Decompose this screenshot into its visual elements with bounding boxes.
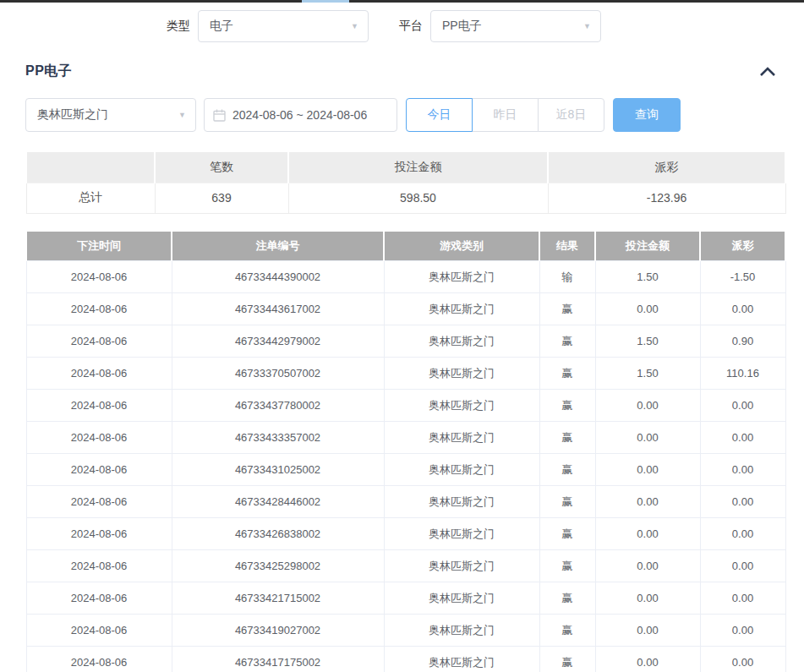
summary-total-payout: -123.96 <box>548 183 785 213</box>
cell-game-type: 奥林匹斯之门 <box>384 582 539 615</box>
cell-bet-amount: 0.00 <box>595 293 700 325</box>
date-range-input[interactable]: 2024-08-06 ~ 2024-08-06 <box>204 98 397 132</box>
type-select[interactable]: 电子 ▼ <box>198 10 369 42</box>
header-payout: 派彩 <box>700 231 785 261</box>
cell-result: 赢 <box>539 293 595 325</box>
cell-order-id: 46733437780002 <box>172 390 384 422</box>
table-row: 2024-08-06 46733426838002 奥林匹斯之门 赢 0.00 … <box>26 518 785 550</box>
cell-payout: 0.00 <box>700 550 785 582</box>
cell-result: 赢 <box>539 486 595 518</box>
cell-bet-time: 2024-08-06 <box>26 422 172 454</box>
platform-select-value: PP电子 <box>442 19 482 34</box>
summary-total-row: 总计 639 598.50 -123.96 <box>26 183 785 213</box>
cell-bet-time: 2024-08-06 <box>26 358 172 390</box>
cell-game-type: 奥林匹斯之门 <box>384 615 539 647</box>
cell-result: 赢 <box>539 454 595 486</box>
cell-payout: 0.00 <box>700 615 785 647</box>
yesterday-button[interactable]: 昨日 <box>472 98 539 132</box>
table-row: 2024-08-06 46733417175002 奥林匹斯之门 赢 0.00 … <box>26 647 785 672</box>
chevron-down-icon: ▼ <box>178 111 186 119</box>
cell-payout: 110.16 <box>700 358 785 390</box>
controls-row: 奥林匹斯之门 ▼ 2024-08-06 ~ 2024-08-06 今日 昨日 近… <box>25 98 804 132</box>
cell-bet-time: 2024-08-06 <box>26 647 172 672</box>
summary-header-payout: 派彩 <box>548 151 785 183</box>
cell-game-type: 奥林匹斯之门 <box>384 293 539 325</box>
cell-payout: -1.50 <box>700 261 785 293</box>
cell-result: 赢 <box>539 325 595 358</box>
cell-game-type: 奥林匹斯之门 <box>384 486 539 518</box>
top-scrollbar-thumb[interactable] <box>302 0 349 3</box>
cell-bet-amount: 1.50 <box>595 261 700 293</box>
summary-header-blank <box>26 151 155 183</box>
cell-bet-time: 2024-08-06 <box>26 486 172 518</box>
cell-result: 赢 <box>539 358 595 390</box>
section-title: PP电子 <box>25 63 72 80</box>
cell-order-id: 46733433357002 <box>172 422 384 454</box>
collapse-button[interactable] <box>757 63 779 80</box>
table-row: 2024-08-06 46733431025002 奥林匹斯之门 赢 0.00 … <box>26 454 785 486</box>
table-row: 2024-08-06 46733442979002 奥林匹斯之门 赢 1.50 … <box>26 325 785 358</box>
table-row: 2024-08-06 46733428446002 奥林匹斯之门 赢 0.00 … <box>26 486 785 518</box>
game-select[interactable]: 奥林匹斯之门 ▼ <box>25 98 196 132</box>
cell-result: 赢 <box>539 390 595 422</box>
type-label: 类型 <box>167 19 190 34</box>
table-row: 2024-08-06 46733444390002 奥林匹斯之门 输 1.50 … <box>26 261 785 293</box>
table-row: 2024-08-06 46733425298002 奥林匹斯之门 赢 0.00 … <box>26 550 785 582</box>
cell-bet-time: 2024-08-06 <box>26 454 172 486</box>
cell-bet-amount: 0.00 <box>595 550 700 582</box>
cell-game-type: 奥林匹斯之门 <box>384 422 539 454</box>
table-header-row: 下注时间 注单编号 游戏类别 结果 投注金额 派彩 <box>26 231 785 261</box>
cell-bet-amount: 0.00 <box>595 582 700 615</box>
chevron-down-icon: ▼ <box>351 22 358 30</box>
cell-bet-time: 2024-08-06 <box>26 518 172 550</box>
cell-game-type: 奥林匹斯之门 <box>384 550 539 582</box>
cell-order-id: 46733425298002 <box>172 550 384 582</box>
cell-game-type: 奥林匹斯之门 <box>384 261 539 293</box>
date-range-value: 2024-08-06 ~ 2024-08-06 <box>232 108 367 122</box>
cell-result: 赢 <box>539 647 595 672</box>
cell-order-id: 46733421715002 <box>172 582 384 615</box>
table-row: 2024-08-06 46733421715002 奥林匹斯之门 赢 0.00 … <box>26 582 785 615</box>
cell-game-type: 奥林匹斯之门 <box>384 390 539 422</box>
cell-bet-amount: 0.00 <box>595 615 700 647</box>
cell-result: 赢 <box>539 615 595 647</box>
header-game-type: 游戏类别 <box>384 231 539 261</box>
calendar-icon <box>213 109 226 122</box>
cell-bet-time: 2024-08-06 <box>26 390 172 422</box>
cell-bet-time: 2024-08-06 <box>26 325 172 358</box>
cell-order-id: 46733370507002 <box>172 358 384 390</box>
summary-header-row: 笔数 投注金额 派彩 <box>26 151 785 183</box>
summary-total-count: 639 <box>155 183 288 213</box>
header-bet-time: 下注时间 <box>26 231 172 261</box>
cell-order-id: 46733417175002 <box>172 647 384 672</box>
platform-select[interactable]: PP电子 ▼ <box>430 10 601 42</box>
cell-bet-amount: 0.00 <box>595 486 700 518</box>
today-button[interactable]: 今日 <box>406 98 473 132</box>
table-body: 2024-08-06 46733444390002 奥林匹斯之门 输 1.50 … <box>26 261 785 672</box>
table-row: 2024-08-06 46733419027002 奥林匹斯之门 赢 0.00 … <box>26 615 785 647</box>
cell-result: 输 <box>539 261 595 293</box>
cell-result: 赢 <box>539 550 595 582</box>
search-button[interactable]: 查询 <box>613 98 681 132</box>
bet-records-table: 下注时间 注单编号 游戏类别 结果 投注金额 派彩 2024-08-06 467… <box>25 230 786 672</box>
cell-order-id: 46733443617002 <box>172 293 384 325</box>
cell-bet-time: 2024-08-06 <box>26 582 172 615</box>
cell-payout: 0.00 <box>700 293 785 325</box>
cell-payout: 0.00 <box>700 422 785 454</box>
cell-result: 赢 <box>539 422 595 454</box>
table-row: 2024-08-06 46733370507002 奥林匹斯之门 赢 1.50 … <box>26 358 785 390</box>
platform-label: 平台 <box>399 19 423 34</box>
cell-game-type: 奥林匹斯之门 <box>384 454 539 486</box>
type-select-value: 电子 <box>210 19 233 34</box>
table-row: 2024-08-06 46733437780002 奥林匹斯之门 赢 0.00 … <box>26 390 785 422</box>
chevron-down-icon: ▼ <box>583 22 591 30</box>
table-row: 2024-08-06 46733443617002 奥林匹斯之门 赢 0.00 … <box>26 293 785 325</box>
cell-order-id: 46733419027002 <box>172 615 384 647</box>
last8days-button[interactable]: 近8日 <box>538 98 604 132</box>
cell-order-id: 46733442979002 <box>172 325 384 358</box>
header-bet-amount: 投注金额 <box>595 231 700 261</box>
cell-payout: 0.00 <box>700 486 785 518</box>
cell-bet-time: 2024-08-06 <box>26 261 172 293</box>
cell-payout: 0.90 <box>700 325 785 358</box>
cell-bet-amount: 0.00 <box>595 422 700 454</box>
